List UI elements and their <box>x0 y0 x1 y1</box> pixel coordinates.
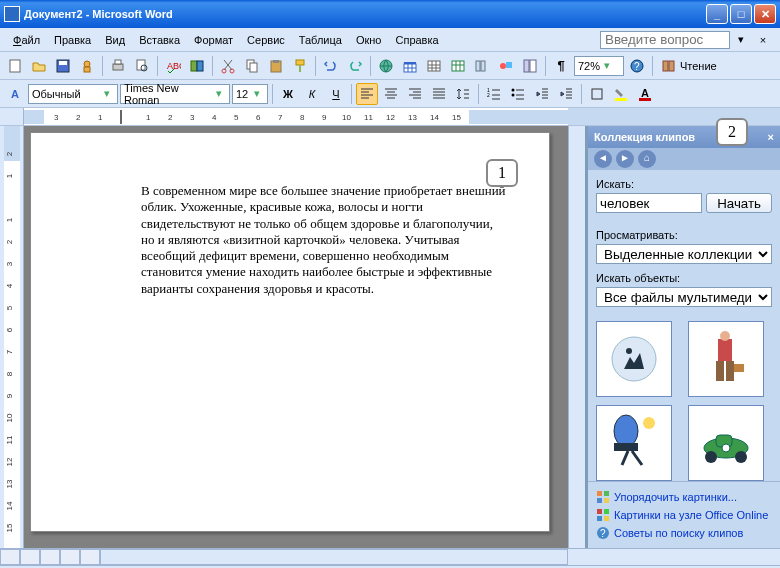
link-tips[interactable]: ?Советы по поиску клипов <box>596 524 772 542</box>
reading-view-button[interactable] <box>80 549 100 565</box>
columns-button[interactable] <box>471 55 493 77</box>
nav-back-icon[interactable]: ◄ <box>594 150 612 168</box>
svg-rect-98 <box>597 498 602 503</box>
svg-rect-5 <box>113 64 123 70</box>
align-justify-button[interactable] <box>428 83 450 105</box>
permission-button[interactable] <box>76 55 98 77</box>
copy-button[interactable] <box>241 55 263 77</box>
menu-table[interactable]: Таблица <box>292 32 349 48</box>
styles-pane-button[interactable]: A <box>4 83 26 105</box>
svg-text:4: 4 <box>212 113 217 122</box>
align-left-button[interactable] <box>356 83 378 105</box>
nav-home-icon[interactable]: ⌂ <box>638 150 656 168</box>
help-dropdown[interactable]: ▾ <box>730 29 752 51</box>
menu-insert[interactable]: Вставка <box>132 32 187 48</box>
help-search-input[interactable] <box>600 31 730 49</box>
cut-button[interactable] <box>217 55 239 77</box>
link-organize[interactable]: Упорядочить картинки... <box>596 488 772 506</box>
undo-button[interactable] <box>320 55 342 77</box>
clipart-item[interactable] <box>596 405 672 481</box>
font-combo[interactable]: Times New Roman▾ <box>120 84 230 104</box>
borders-button[interactable] <box>586 83 608 105</box>
increase-indent-button[interactable] <box>555 83 577 105</box>
underline-button[interactable]: Ч <box>325 83 347 105</box>
horizontal-scrollbar[interactable] <box>100 549 568 565</box>
print-view-button[interactable] <box>40 549 60 565</box>
title-bar: Документ2 - Microsoft Word _ □ ✕ <box>0 0 780 28</box>
numbered-list-button[interactable]: 12 <box>483 83 505 105</box>
outline-view-button[interactable] <box>60 549 80 565</box>
nav-forward-icon[interactable]: ► <box>616 150 634 168</box>
tables-button[interactable] <box>399 55 421 77</box>
menu-view[interactable]: Вид <box>98 32 132 48</box>
document-text[interactable]: В современном мире все большее значение … <box>141 183 509 297</box>
svg-rect-28 <box>524 60 529 72</box>
format-painter-button[interactable] <box>289 55 311 77</box>
bullet-list-button[interactable] <box>507 83 529 105</box>
new-button[interactable] <box>4 55 26 77</box>
style-combo[interactable]: Обычный▾ <box>28 84 118 104</box>
zoom-combo[interactable]: 72%▾ <box>574 56 624 76</box>
svg-text:9: 9 <box>322 113 327 122</box>
insert-table-button[interactable] <box>423 55 445 77</box>
clipart-item[interactable] <box>688 405 764 481</box>
svg-rect-33 <box>669 61 674 71</box>
clipart-item[interactable] <box>688 321 764 397</box>
save-button[interactable] <box>52 55 74 77</box>
web-view-button[interactable] <box>20 549 40 565</box>
drawing-button[interactable] <box>495 55 517 77</box>
spellcheck-button[interactable]: ABC <box>162 55 184 77</box>
reading-button[interactable]: Чтение <box>657 55 721 77</box>
redo-button[interactable] <box>344 55 366 77</box>
svg-text:11: 11 <box>5 435 14 444</box>
menu-window[interactable]: Окно <box>349 32 389 48</box>
search-button[interactable]: Начать <box>706 193 772 213</box>
align-center-button[interactable] <box>380 83 402 105</box>
vertical-ruler[interactable]: 21123456789101112131415 <box>0 126 24 548</box>
bold-button[interactable]: Ж <box>277 83 299 105</box>
objects-select[interactable]: Все файлы мультимедиа <box>596 287 772 307</box>
taskpane-close-icon[interactable]: × <box>768 131 774 143</box>
link-office-online[interactable]: Картинки на узле Office Online <box>596 506 772 524</box>
italic-button[interactable]: К <box>301 83 323 105</box>
line-spacing-button[interactable] <box>452 83 474 105</box>
menu-file[interactable]: Файл <box>6 32 47 48</box>
help-icon: ? <box>596 526 610 540</box>
browse-select[interactable]: Выделенные коллекции <box>596 244 772 264</box>
svg-text:15: 15 <box>5 523 14 532</box>
document-area[interactable]: В современном мире все большее значение … <box>24 126 568 548</box>
vertical-scrollbar[interactable] <box>568 126 585 548</box>
show-marks-button[interactable]: ¶ <box>550 55 572 77</box>
excel-button[interactable] <box>447 55 469 77</box>
horizontal-ruler[interactable]: 321 123456789101112131415 <box>24 108 568 125</box>
minimize-button[interactable]: _ <box>706 4 728 24</box>
menu-format[interactable]: Формат <box>187 32 240 48</box>
help-button[interactable]: ? <box>626 55 648 77</box>
normal-view-button[interactable] <box>0 549 20 565</box>
print-button[interactable] <box>107 55 129 77</box>
hyperlink-button[interactable] <box>375 55 397 77</box>
search-input[interactable] <box>596 193 702 213</box>
paste-button[interactable] <box>265 55 287 77</box>
size-combo[interactable]: 12▾ <box>232 84 268 104</box>
docmap-button[interactable] <box>519 55 541 77</box>
clipart-item[interactable] <box>596 321 672 397</box>
font-color-button[interactable]: A <box>634 83 656 105</box>
close-button[interactable]: ✕ <box>754 4 776 24</box>
menu-tools[interactable]: Сервис <box>240 32 292 48</box>
align-right-button[interactable] <box>404 83 426 105</box>
maximize-button[interactable]: □ <box>730 4 752 24</box>
decrease-indent-button[interactable] <box>531 83 553 105</box>
preview-button[interactable] <box>131 55 153 77</box>
ruler-corner[interactable] <box>0 108 24 125</box>
highlight-button[interactable] <box>610 83 632 105</box>
svg-rect-17 <box>273 60 279 63</box>
research-button[interactable] <box>186 55 208 77</box>
svg-rect-11 <box>197 61 203 71</box>
window-title: Документ2 - Microsoft Word <box>24 8 706 20</box>
open-button[interactable] <box>28 55 50 77</box>
menubar-close-icon[interactable]: × <box>752 29 774 51</box>
svg-text:?: ? <box>634 61 640 72</box>
menu-help[interactable]: Справка <box>388 32 445 48</box>
menu-edit[interactable]: Правка <box>47 32 98 48</box>
